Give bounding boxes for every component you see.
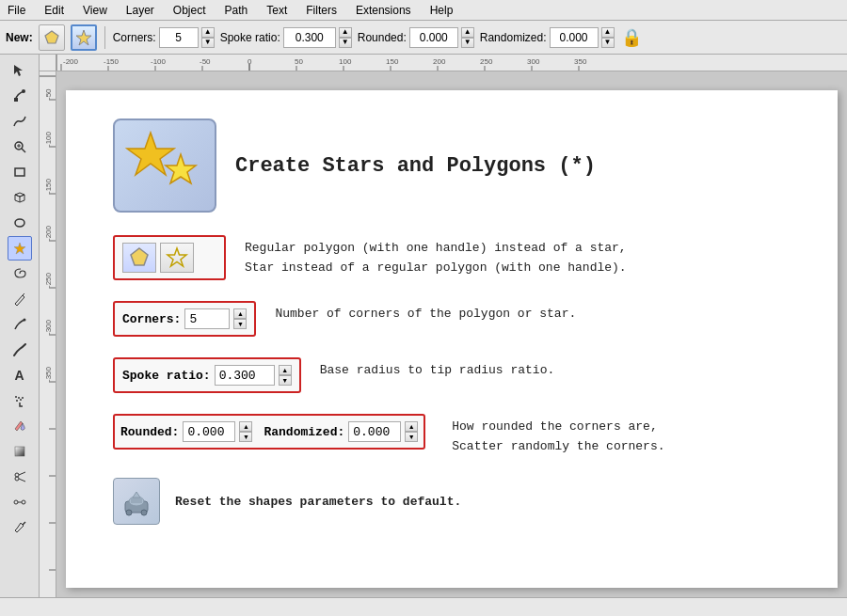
corners-ctrl-down[interactable]: ▼ — [233, 319, 247, 329]
toolbar: New: Corners: ▲ ▼ Spoke ratio: ▲ ▼ Round… — [0, 21, 847, 55]
tool-select[interactable] — [8, 58, 32, 83]
tool-zoom[interactable] — [8, 134, 32, 159]
spoke-ctrl-down[interactable]: ▼ — [279, 375, 292, 386]
corners-arrows: ▲ ▼ — [201, 27, 215, 48]
tool-pencil[interactable] — [8, 287, 32, 311]
menu-file[interactable]: File — [4, 2, 29, 19]
polygon-shape-btn[interactable] — [122, 243, 156, 273]
corners-ctrl-input[interactable] — [184, 308, 230, 329]
menu-view[interactable]: View — [79, 2, 111, 19]
rounded-randomized-box: Rounded: ▲ ▼ Randomized: ▲ — [113, 414, 425, 450]
help-section-shapes: Regular polygon (with one handle) instea… — [113, 235, 809, 280]
rounded-ctrl-input[interactable] — [183, 421, 235, 442]
svg-line-26 — [19, 479, 25, 482]
spoke-arrows: ▲ ▼ — [339, 27, 352, 48]
randomized-ctrl-arrows: ▲ ▼ — [405, 421, 418, 442]
menu-help[interactable]: Help — [426, 2, 457, 19]
lock-button[interactable]: 🔒 — [620, 26, 643, 49]
corners-ctrl-up[interactable]: ▲ — [233, 308, 247, 319]
svg-rect-81 — [131, 498, 142, 503]
randomized-input[interactable] — [550, 27, 599, 48]
sep1 — [104, 26, 105, 49]
tool-star[interactable] — [8, 236, 32, 261]
tool-connector[interactable] — [8, 490, 32, 514]
menu-text[interactable]: Text — [263, 2, 291, 19]
svg-text:-50: -50 — [44, 88, 53, 100]
canvas[interactable]: Create Stars and Polygons (*) — [56, 71, 847, 597]
help-text-shapes: Regular polygon (with one handle) instea… — [245, 235, 627, 278]
star-tool-btn[interactable] — [71, 24, 97, 51]
corners-down[interactable]: ▼ — [201, 38, 215, 48]
spoke-down[interactable]: ▼ — [339, 38, 352, 48]
rounded-up[interactable]: ▲ — [461, 27, 474, 38]
spoke-ctrl-input[interactable] — [215, 365, 275, 386]
svg-text:0: 0 — [248, 57, 252, 66]
menu-filters[interactable]: Filters — [302, 2, 341, 19]
svg-line-6 — [22, 149, 25, 152]
spoke-up[interactable]: ▲ — [339, 27, 352, 38]
tool-3dbox[interactable] — [8, 185, 32, 210]
svg-text:100: 100 — [339, 57, 352, 66]
svg-text:-100: -100 — [151, 57, 167, 66]
menu-edit[interactable]: Edit — [40, 2, 68, 19]
polygon-tool-btn[interactable] — [39, 24, 65, 51]
tool-scissors[interactable] — [8, 465, 32, 489]
randomized-ctrl-down[interactable]: ▼ — [405, 432, 418, 442]
randomized-ctrl-input[interactable] — [348, 421, 401, 442]
rounded-ctrl-up[interactable]: ▲ — [239, 421, 252, 432]
svg-marker-82 — [133, 492, 140, 498]
menu-layer[interactable]: Layer — [122, 2, 158, 19]
corners-up[interactable]: ▲ — [201, 27, 215, 38]
randomized-down[interactable]: ▼ — [601, 38, 615, 48]
tool-spiral[interactable] — [8, 261, 32, 286]
content-area: // Generated in SVG inline -200 -150 -10… — [40, 55, 847, 597]
svg-line-15 — [23, 293, 24, 295]
tool-ellipse[interactable] — [8, 211, 32, 235]
svg-point-13 — [15, 219, 24, 227]
help-text-corners: Number of corners of the polygon or star… — [275, 301, 576, 324]
randomized-group: Randomized: ▲ ▼ — [480, 27, 615, 48]
ruler-v-content: -50 -100 -150 -200 -250 -300 -350 — [40, 71, 847, 597]
star-shape-btn[interactable] — [160, 243, 194, 273]
randomized-up[interactable]: ▲ — [601, 27, 615, 38]
rounded-input[interactable] — [409, 27, 458, 48]
rounded-down[interactable]: ▼ — [461, 38, 474, 48]
tool-tweak[interactable] — [8, 109, 32, 134]
rounded-ctrl-down[interactable]: ▼ — [239, 432, 252, 442]
tool-pen[interactable] — [8, 312, 32, 337]
tool-spray[interactable] — [8, 388, 32, 413]
tool-node[interactable] — [8, 84, 32, 108]
randomized-ctrl-label: Randomized: — [264, 425, 344, 439]
menu-object[interactable]: Object — [169, 2, 210, 19]
svg-rect-9 — [15, 168, 24, 176]
spoke-label: Spoke ratio: — [220, 31, 280, 44]
tool-calligraphy[interactable] — [8, 338, 32, 362]
menu-path[interactable]: Path — [221, 2, 252, 19]
rounded-group: Rounded: ▲ ▼ — [358, 27, 474, 48]
svg-point-27 — [14, 500, 18, 504]
svg-text:-50: -50 — [200, 57, 211, 66]
randomized-arrows: ▲ ▼ — [601, 27, 615, 48]
spoke-ctrl-up[interactable]: ▲ — [279, 365, 292, 375]
tool-text[interactable]: A — [8, 363, 32, 387]
tool-fill[interactable] — [8, 414, 32, 438]
svg-text:-300: -300 — [44, 319, 53, 335]
ruler-vertical: -50 -100 -150 -200 -250 -300 -350 — [40, 71, 56, 597]
help-title: Create Stars and Polygons (*) — [235, 154, 596, 178]
help-header: Create Stars and Polygons (*) — [113, 118, 809, 213]
spoke-input[interactable] — [283, 27, 336, 48]
rounded-ctrl-arrows: ▲ ▼ — [239, 421, 252, 442]
randomized-ctrl-up[interactable]: ▲ — [405, 421, 418, 432]
tool-gradient[interactable] — [8, 439, 32, 464]
svg-text:-150: -150 — [104, 57, 120, 66]
svg-point-23 — [15, 473, 19, 477]
corners-input[interactable] — [159, 27, 199, 48]
tool-dropper[interactable] — [8, 515, 32, 540]
svg-text:-100: -100 — [44, 131, 53, 147]
menu-extensions[interactable]: Extensions — [352, 2, 415, 19]
ruler-horizontal: // Generated in SVG inline -200 -150 -10… — [40, 55, 847, 71]
help-section-rounded: Rounded: ▲ ▼ Randomized: ▲ — [113, 414, 809, 457]
spoke-group: Spoke ratio: ▲ ▼ — [220, 27, 352, 48]
tool-rect[interactable] — [8, 160, 32, 184]
help-section-corners: Corners: ▲ ▼ Number of corners of the po… — [113, 301, 809, 337]
